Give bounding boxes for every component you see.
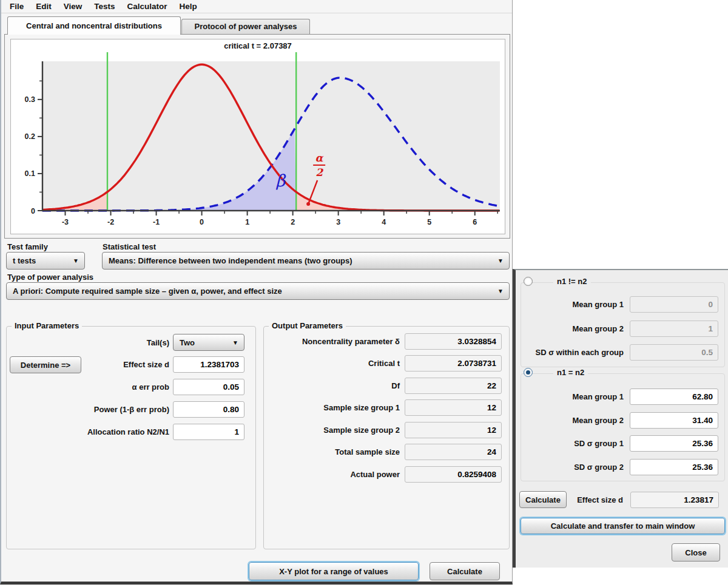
svg-text:0: 0 xyxy=(200,218,204,226)
mean-group-1-disabled-input xyxy=(630,296,718,313)
power-analysis-type-dropdown[interactable]: A priori: Compute required sample size –… xyxy=(6,282,510,300)
statistical-test-value: Means: Difference between two independen… xyxy=(109,256,352,265)
tails-dropdown[interactable]: Two ▼ xyxy=(173,334,244,351)
critical-t-output xyxy=(405,355,502,372)
equal-n-radio[interactable] xyxy=(524,368,533,377)
critical-t-label: Critical t xyxy=(264,359,405,368)
calculate-transfer-button[interactable]: Calculate and transfer to main window xyxy=(521,518,725,534)
chart-title: critical t = 2.07387 xyxy=(11,41,505,52)
chevron-down-icon: ▼ xyxy=(73,257,79,264)
mean-group-1-label: Mean group 1 xyxy=(521,392,630,401)
chevron-down-icon: ▼ xyxy=(497,288,504,294)
distribution-plot: -3-2-1012345600.10.20.3βα2 xyxy=(11,52,505,229)
power-label: Power (1-β err prob) xyxy=(7,405,173,414)
power-analysis-type-value: A priori: Compute required sample size –… xyxy=(13,287,282,296)
svg-text:0.3: 0.3 xyxy=(25,95,35,104)
allocation-ratio-input[interactable] xyxy=(173,424,244,440)
alpha-err-prob-input[interactable] xyxy=(173,379,244,395)
mean-group-2-disabled-input xyxy=(630,321,718,337)
menu-view[interactable]: View xyxy=(58,2,89,11)
tab-central-distributions[interactable]: Central and noncentral distributions xyxy=(7,16,181,35)
calculate-button[interactable]: Calculate xyxy=(430,562,500,580)
sample-size-2-label: Sample size group 2 xyxy=(264,426,405,435)
noncentrality-label: Noncentrality parameter δ xyxy=(264,337,405,346)
input-parameters-group: Input Parameters Tail(s) Two ▼ Determine… xyxy=(6,326,256,549)
effect-size-drawer: n1 != n2 Mean group 1 Mean group 2 SD σ … xyxy=(513,269,728,568)
total-sample-size-label: Total sample size xyxy=(264,447,405,456)
test-family-dropdown[interactable]: t tests ▼ xyxy=(6,252,85,270)
sd-group-2-label: SD σ group 2 xyxy=(521,463,630,472)
distribution-chart-frame: critical t = 2.07387 -3-2-1012345600.10.… xyxy=(10,39,505,234)
svg-text:0.1: 0.1 xyxy=(25,169,35,178)
sample-size-2-output xyxy=(405,422,502,438)
sample-size-1-label: Sample size group 1 xyxy=(264,403,405,412)
svg-text:6: 6 xyxy=(473,218,477,226)
gpower-main-window: File Edit View Tests Calculator Help Cen… xyxy=(0,0,513,585)
actual-power-label: Actual power xyxy=(264,470,405,479)
svg-text:4: 4 xyxy=(382,218,386,226)
svg-text:0.2: 0.2 xyxy=(25,132,35,141)
total-sample-size-output xyxy=(405,444,502,460)
esp-effect-size-output xyxy=(630,492,719,508)
tails-value: Two xyxy=(180,338,195,347)
mean-group-1-input[interactable] xyxy=(630,389,718,405)
mean-group-1-label: Mean group 1 xyxy=(521,300,630,309)
svg-text:-2: -2 xyxy=(107,218,114,226)
actual-power-output xyxy=(405,466,502,483)
alpha-err-prob-label: α err prob xyxy=(7,382,173,392)
unequal-n-radio[interactable] xyxy=(524,277,533,286)
svg-text:β: β xyxy=(276,171,286,190)
svg-text:-3: -3 xyxy=(62,218,69,226)
mean-group-2-input[interactable] xyxy=(630,412,718,429)
svg-text:3: 3 xyxy=(336,218,340,226)
menu-bar: File Edit View Tests Calculator Help xyxy=(1,0,512,13)
sd-within-disabled-input xyxy=(630,344,718,361)
svg-text:α: α xyxy=(315,152,325,164)
equal-n-group: n1 = n2 Mean group 1 Mean group 2 SD σ g… xyxy=(521,373,725,481)
menu-edit[interactable]: Edit xyxy=(30,2,58,11)
effect-size-input[interactable] xyxy=(173,356,244,373)
power-input[interactable] xyxy=(173,401,244,418)
esp-calculate-button[interactable]: Calculate xyxy=(519,491,567,508)
equal-n-label: n1 = n2 xyxy=(553,368,588,377)
close-button[interactable]: Close xyxy=(672,543,720,562)
input-parameters-title: Input Parameters xyxy=(12,321,82,330)
noncentrality-output xyxy=(405,333,502,350)
unequal-n-label: n1 != n2 xyxy=(553,277,591,286)
df-label: Df xyxy=(264,381,405,390)
menu-calculator[interactable]: Calculator xyxy=(121,2,174,11)
sample-size-1-output xyxy=(405,399,502,416)
output-parameters-title: Output Parameters xyxy=(269,321,346,330)
svg-text:2: 2 xyxy=(315,166,323,178)
menu-file[interactable]: File xyxy=(4,2,30,11)
tails-label: Tail(s) xyxy=(7,338,173,347)
svg-text:2: 2 xyxy=(291,218,295,226)
effect-size-label: Effect size d xyxy=(7,360,173,369)
svg-text:1: 1 xyxy=(245,218,249,226)
statistical-test-dropdown[interactable]: Means: Difference between two independen… xyxy=(102,252,510,270)
sd-group-1-label: SD σ group 1 xyxy=(521,439,630,448)
sd-group-2-input[interactable] xyxy=(630,459,718,475)
statistical-test-label: Statistical test xyxy=(103,242,156,251)
menu-help[interactable]: Help xyxy=(174,2,203,11)
output-parameters-group: Output Parameters Noncentrality paramete… xyxy=(263,326,510,549)
menu-tests[interactable]: Tests xyxy=(88,2,121,11)
svg-text:5: 5 xyxy=(427,218,431,226)
mean-group-2-label: Mean group 2 xyxy=(521,324,630,333)
mean-group-2-label: Mean group 2 xyxy=(521,416,630,425)
tab-protocol[interactable]: Protocol of power analyses xyxy=(181,19,310,34)
power-analysis-type-label: Type of power analysis xyxy=(7,273,93,282)
distribution-tab-pane: critical t = 2.07387 -3-2-1012345600.10.… xyxy=(4,34,510,239)
df-output xyxy=(405,378,502,394)
chevron-down-icon: ▼ xyxy=(497,257,504,264)
sd-group-1-input[interactable] xyxy=(630,435,718,452)
unequal-n-group: n1 != n2 Mean group 1 Mean group 2 SD σ … xyxy=(521,282,725,367)
chevron-down-icon: ▼ xyxy=(232,339,238,346)
test-family-value: t tests xyxy=(13,256,36,265)
svg-text:0: 0 xyxy=(31,207,35,215)
svg-text:-1: -1 xyxy=(153,218,160,226)
xy-plot-button[interactable]: X-Y plot for a range of values xyxy=(249,562,419,580)
esp-effect-size-label: Effect size d xyxy=(567,495,630,504)
test-family-label: Test family xyxy=(7,242,48,251)
allocation-ratio-label: Allocation ratio N2/N1 xyxy=(7,427,173,436)
